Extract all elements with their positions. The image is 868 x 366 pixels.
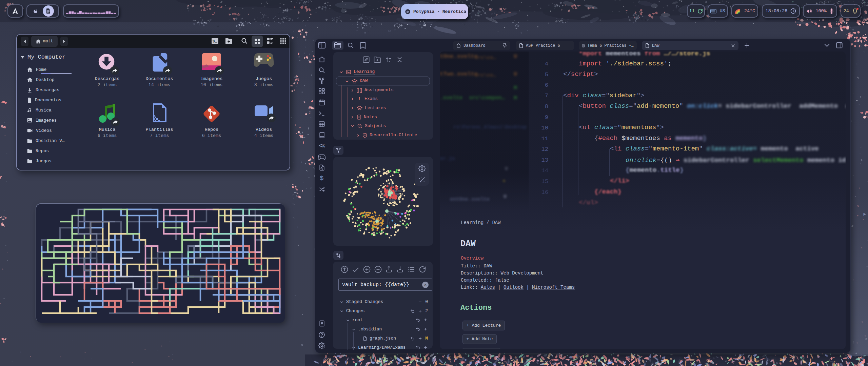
svg-text:$_: $_ bbox=[213, 39, 217, 43]
